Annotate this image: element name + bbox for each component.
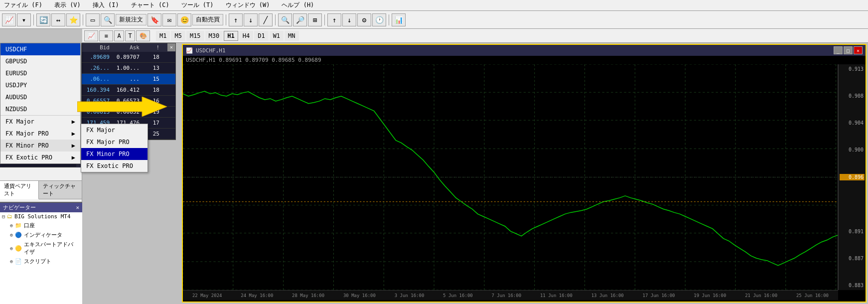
- price-0913: 0.913: [840, 66, 865, 72]
- toolbar-chart-type-btn[interactable]: 📊: [392, 13, 406, 26]
- price-0891: 0.891: [840, 229, 865, 234]
- chart-minimize-btn[interactable]: _: [834, 46, 843, 54]
- pair-row-2[interactable]: .26... 1.00... 13: [82, 63, 175, 74]
- price-0900: 0.900: [840, 147, 865, 152]
- date-3jun: 3 Jun 16:00: [395, 293, 425, 298]
- tf-h1[interactable]: H1: [224, 31, 238, 41]
- tf-t-btn[interactable]: T: [125, 30, 135, 41]
- submenu-fx-major[interactable]: FX Major: [81, 124, 147, 136]
- dropdown-usdjpy[interactable]: USDJPY: [0, 79, 80, 91]
- toolbar-zoom-in-btn[interactable]: 🔍: [278, 13, 292, 26]
- toolbar-arrow-btn[interactable]: ↔: [51, 13, 65, 26]
- toolbar-new-chart-btn[interactable]: 📈: [2, 13, 16, 26]
- chart-close-btn[interactable]: ✕: [854, 46, 863, 54]
- toolbar-dropdown-btn[interactable]: ▾: [17, 13, 31, 26]
- toolbar-zoom-out-btn[interactable]: 🔎: [293, 13, 307, 26]
- dropdown-fx-exotic-pro[interactable]: FX Exotic PRO ▶: [0, 152, 80, 163]
- submenu-fx-minor-pro[interactable]: FX Minor PRO: [81, 148, 147, 160]
- date-17jun: 17 Jun 16:00: [643, 293, 675, 298]
- toolbar-rect-btn[interactable]: ▭: [86, 13, 100, 26]
- tab-tick-chart[interactable]: ティックチャート: [39, 181, 82, 199]
- tf-h4[interactable]: H4: [239, 31, 253, 41]
- pair-row-3-highlighted[interactable]: .06... ... 15: [82, 74, 175, 85]
- fx-exotic-pro-label: FX Exotic PRO: [5, 154, 52, 161]
- tf-m5[interactable]: M5: [171, 31, 185, 41]
- separator-6: [389, 14, 389, 25]
- submenu-fx-major-pro[interactable]: FX Major PRO: [81, 136, 147, 148]
- nav-item-script[interactable]: ⊕ 📄 スクリプト: [0, 257, 82, 266]
- spread-6: 19: [142, 108, 161, 116]
- dropdown-fx-major-pro[interactable]: FX Major PRO ▶: [0, 128, 80, 140]
- tf-d1[interactable]: D1: [254, 31, 268, 41]
- toolbar-magnify-btn[interactable]: 🔍: [101, 13, 115, 26]
- tf-a-btn[interactable]: A: [114, 30, 124, 41]
- tf-w1[interactable]: W1: [270, 31, 284, 41]
- dropdown-gbpusd[interactable]: GBPUSD: [0, 55, 80, 67]
- tf-indicator-btn[interactable]: 📈: [84, 30, 98, 41]
- nav-item-account[interactable]: ⊕ 📁 口座: [0, 221, 82, 230]
- nav-item-expert[interactable]: ⊕ 🟡 エキスパートアドバイザ: [0, 240, 82, 257]
- toolbar-new-order-btn[interactable]: 新規注文: [116, 14, 146, 25]
- dropdown-fx-minor-pro[interactable]: FX Minor PRO ▶: [0, 140, 80, 152]
- nav-account-expand-icon: ⊕: [10, 223, 13, 228]
- toolbar-clock-btn[interactable]: 🕐: [372, 13, 386, 26]
- nav-expert-icon: 🟡: [15, 245, 22, 252]
- toolbar-refresh-btn[interactable]: 🔄: [36, 13, 50, 26]
- tf-m1[interactable]: M1: [156, 31, 170, 41]
- nav-item-root[interactable]: ⊟ 🗂 BIG Solutions MT4: [0, 212, 82, 221]
- fx-minor-pro-arrow: ▶: [72, 142, 75, 149]
- chart-maximize-btn[interactable]: □: [844, 46, 853, 54]
- pair-row-1[interactable]: .89689 0.89707 18: [82, 52, 175, 63]
- toolbar-face-btn[interactable]: 😊: [177, 13, 191, 26]
- dropdown-menu: USDCHF GBPUSD EURUSD USDJPY AUDUSD NZDUS…: [0, 43, 81, 164]
- submenu-fx-exotic-pro[interactable]: FX Exotic PRO: [81, 160, 147, 172]
- tf-lines-btn[interactable]: ≡: [99, 30, 113, 41]
- tf-color-btn[interactable]: 🎨: [136, 30, 150, 41]
- tab-currency-pairs[interactable]: 通貨ペアリスト: [0, 181, 39, 199]
- toolbar-mail-btn[interactable]: ✉: [162, 13, 176, 26]
- menu-tools[interactable]: ツール (T): [179, 0, 216, 10]
- menu-help[interactable]: ヘルプ (H): [280, 0, 316, 10]
- nav-expert-expand-icon: ⊕: [10, 246, 13, 251]
- pair-row-5[interactable]: 0.66557 0.66573 16: [82, 96, 175, 107]
- toolbar-auto-trade-btn[interactable]: 自動売買: [192, 14, 223, 25]
- menu-insert[interactable]: 挿入 (I): [91, 0, 121, 10]
- dropdown-nzdusd[interactable]: NZDUSD: [0, 103, 80, 115]
- dropdown-audusd[interactable]: AUDUSD: [0, 91, 80, 103]
- menu-window[interactable]: ウィンドウ (W): [224, 0, 272, 10]
- ask-6: 0.60832: [112, 108, 142, 116]
- nav-item-indicator[interactable]: ⊕ 🔵 インディケータ: [0, 230, 82, 240]
- menu-file[interactable]: ファイル (F): [2, 0, 44, 10]
- spread-5: 16: [142, 97, 161, 105]
- dropdown-usdchf[interactable]: USDCHF: [0, 43, 80, 55]
- pair-table-close[interactable]: ✕: [167, 43, 175, 51]
- toolbar-trendline-btn[interactable]: ╱: [259, 13, 273, 26]
- nav-account-folder-icon: 📁: [15, 222, 22, 229]
- toolbar-bookmark-btn[interactable]: 🔖: [147, 13, 161, 26]
- price-0883: 0.883: [840, 283, 865, 288]
- nav-root-label: BIG Solutions MT4: [14, 213, 71, 220]
- toolbar-grid-btn[interactable]: ⊞: [308, 13, 322, 26]
- menu-chart[interactable]: チャート (C): [129, 0, 171, 10]
- toolbar-settings-btn[interactable]: ⚙: [357, 13, 371, 26]
- navigator-close-btn[interactable]: ✕: [76, 204, 79, 211]
- fx-major-label: FX Major: [5, 118, 34, 125]
- tf-m30[interactable]: M30: [205, 31, 223, 41]
- tf-mn[interactable]: MN: [285, 31, 298, 41]
- pair-row-4[interactable]: 160.394 160.412 18: [82, 85, 175, 96]
- toolbar-chart-up-btn[interactable]: ↑: [327, 13, 341, 26]
- tf-m15[interactable]: M15: [186, 31, 204, 41]
- chart-svg: [183, 64, 838, 290]
- dropdown-eurusd[interactable]: EURUSD: [0, 67, 80, 79]
- nav-script-label: スクリプト: [24, 258, 51, 265]
- menu-view[interactable]: 表示 (V): [52, 0, 83, 10]
- pair-row-6[interactable]: 0.60813 0.60832 19: [82, 107, 175, 118]
- toolbar-chart-down-btn[interactable]: ↓: [342, 13, 356, 26]
- toolbar-up-btn[interactable]: ↑: [229, 13, 243, 26]
- date-11jun: 11 Jun 16:00: [540, 293, 573, 298]
- toolbar-down-btn[interactable]: ↓: [244, 13, 258, 26]
- dropdown-fx-major[interactable]: FX Major ▶: [0, 116, 80, 128]
- date-7jun: 7 Jun 16:00: [492, 293, 522, 298]
- chart-title: USDCHF,H1: [196, 47, 226, 54]
- toolbar-star-btn[interactable]: ⭐: [66, 13, 80, 26]
